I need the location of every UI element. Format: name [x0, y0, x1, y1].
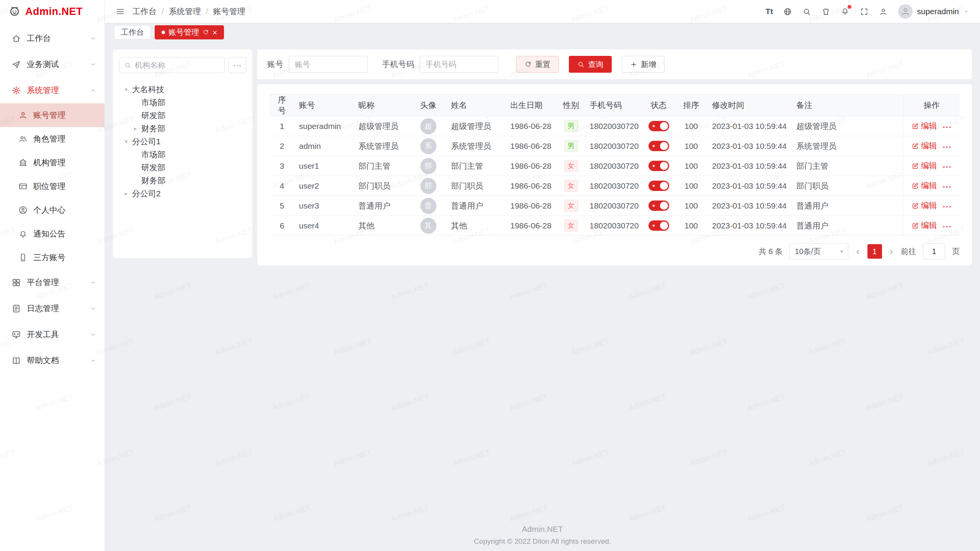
tree-node[interactable]: 市场部	[119, 148, 246, 161]
tree-node[interactable]: ▾ 分公司1	[119, 135, 246, 148]
goto-page-input[interactable]	[923, 243, 945, 259]
notification-bell[interactable]	[841, 7, 849, 17]
more-actions-button[interactable]: ···	[943, 182, 952, 191]
tree-node-label: 财务部	[141, 175, 165, 186]
page-size-select[interactable]: 10条/页 ▾	[789, 243, 848, 259]
sidebar: Admin.NET 工作台 业务测试 系统管理 账号管理	[0, 0, 105, 551]
status-toggle[interactable]	[648, 161, 669, 171]
next-page-button[interactable]: ›	[889, 246, 894, 257]
org-search-box[interactable]	[119, 57, 225, 73]
edit-button[interactable]: 编辑	[911, 180, 937, 191]
org-more-button[interactable]: ···	[229, 57, 246, 73]
theme-skin-icon[interactable]	[822, 7, 830, 16]
more-actions-button[interactable]: ···	[943, 222, 952, 231]
cell-account: user1	[294, 156, 354, 176]
table-row: 6 user4 其他 其 其他 1986-06-28 女 18020030720…	[270, 216, 960, 236]
accounts-table: 序号 账号 昵称 头像 姓名 出生日期 性别 手机号码 状态 排序 修改时间	[270, 94, 960, 236]
sidebar-item-help-docs[interactable]: 帮助文档	[0, 347, 105, 373]
cell-remark: 超级管理员	[792, 116, 903, 136]
user-icon[interactable]	[879, 7, 888, 16]
edit-button[interactable]: 编辑	[911, 121, 937, 131]
tree-node[interactable]: ▸ 财务部	[119, 122, 246, 135]
caret-down-icon[interactable]: ▾	[123, 138, 129, 145]
mobile-icon	[18, 253, 28, 262]
caret-down-icon[interactable]: ▾	[123, 86, 129, 93]
fullscreen-icon[interactable]	[860, 7, 869, 16]
edit-button[interactable]: 编辑	[911, 220, 937, 231]
edit-label: 编辑	[921, 121, 937, 131]
cell-nickname: 系统管理员	[354, 136, 410, 156]
cell-phone: 18020030720	[585, 116, 642, 136]
refresh-icon[interactable]	[203, 29, 209, 36]
edit-button[interactable]: 编辑	[911, 140, 937, 151]
hamburger-icon[interactable]	[116, 7, 125, 16]
status-toggle[interactable]	[648, 220, 669, 231]
search-icon[interactable]	[802, 7, 811, 16]
tree-node[interactable]: ▸ 分公司2	[119, 187, 246, 200]
status-toggle[interactable]	[648, 141, 669, 151]
status-toggle[interactable]	[648, 181, 669, 191]
phone-input[interactable]	[420, 56, 498, 73]
sidebar-item-position-management[interactable]: 职位管理	[0, 174, 105, 198]
caret-right-icon[interactable]: ▸	[123, 190, 129, 197]
text-size-icon[interactable]: Tt	[765, 7, 773, 16]
sidebar-item-account-management[interactable]: 账号管理	[0, 103, 105, 127]
account-input[interactable]	[289, 56, 368, 73]
globe-icon[interactable]	[783, 7, 792, 16]
avatar: 超	[420, 118, 436, 134]
more-actions-button[interactable]: ···	[943, 202, 952, 211]
page-footer: Admin.NET Copyright © 2022 Dilon All rig…	[105, 525, 980, 546]
sidebar-item-label: 账号管理	[33, 110, 65, 121]
more-actions-button[interactable]: ···	[943, 162, 952, 171]
sidebar-item-label: 角色管理	[33, 134, 65, 144]
sidebar-item-log-management[interactable]: 日志管理	[0, 295, 105, 321]
cell-account: user2	[294, 176, 354, 196]
caret-right-icon[interactable]: ▸	[132, 125, 139, 132]
sidebar-item-role-management[interactable]: 角色管理	[0, 127, 105, 151]
status-toggle[interactable]	[648, 201, 669, 211]
reset-button[interactable]: 重置	[516, 56, 559, 73]
tree-node[interactable]: ▾ 大名科技	[119, 83, 246, 96]
sidebar-item-org-management[interactable]: 机构管理	[0, 151, 105, 174]
tree-node[interactable]: 研发部	[119, 109, 246, 122]
tree-node-label: 市场部	[141, 97, 165, 108]
edit-button[interactable]: 编辑	[911, 160, 937, 171]
chevron-down-icon	[90, 35, 97, 42]
sidebar-item-third-account[interactable]: 三方账号	[0, 246, 105, 269]
tab-account-management[interactable]: 账号管理 ×	[155, 25, 224, 39]
sidebar-submenu-system: 账号管理 角色管理 机构管理 职位管理 个人中心	[0, 103, 105, 269]
row-actions: 编辑···	[903, 216, 960, 236]
more-actions-button[interactable]: ···	[943, 142, 952, 151]
tree-node[interactable]: 财务部	[119, 174, 246, 187]
tree-node[interactable]: 市场部	[119, 96, 246, 109]
username: superadmin	[917, 7, 959, 16]
breadcrumb-item[interactable]: 系统管理	[169, 6, 201, 17]
footer-copyright: Copyright © 2022 Dilon All rights reserv…	[105, 537, 980, 546]
close-icon[interactable]: ×	[212, 28, 217, 36]
status-toggle[interactable]	[648, 121, 669, 131]
sidebar-item-platform-management[interactable]: 平台管理	[0, 269, 105, 295]
avatar-person-icon	[900, 7, 910, 16]
tab-workbench[interactable]: 工作台	[114, 25, 151, 39]
more-actions-button[interactable]: ···	[943, 122, 952, 131]
sidebar-item-profile-center[interactable]: 个人中心	[0, 198, 105, 222]
sidebar-item-system-management[interactable]: 系统管理	[0, 77, 105, 103]
sidebar-item-label: 日志管理	[27, 303, 59, 314]
cell-remark: 部门主管	[792, 156, 903, 176]
cell-birthday: 1986-06-28	[506, 136, 557, 156]
current-page-button[interactable]: 1	[867, 244, 882, 259]
edit-button[interactable]: 编辑	[911, 200, 937, 211]
add-button[interactable]: 新增	[622, 56, 665, 73]
prev-page-button[interactable]: ‹	[855, 246, 860, 257]
search-button[interactable]: 查询	[569, 56, 612, 73]
user-menu[interactable]: superadmin	[898, 4, 969, 19]
sidebar-item-dev-tools[interactable]: 开发工具	[0, 321, 105, 347]
sidebar-item-workbench[interactable]: 工作台	[0, 25, 105, 51]
tree-node[interactable]: 研发部	[119, 161, 246, 174]
chevron-down-icon: ▾	[840, 248, 843, 254]
sidebar-item-notice[interactable]: 通知公告	[0, 222, 105, 246]
org-search-input[interactable]	[135, 61, 220, 70]
breadcrumb-item[interactable]: 工作台	[132, 6, 157, 17]
edit-icon	[911, 162, 919, 170]
sidebar-item-business-test[interactable]: 业务测试	[0, 51, 105, 77]
